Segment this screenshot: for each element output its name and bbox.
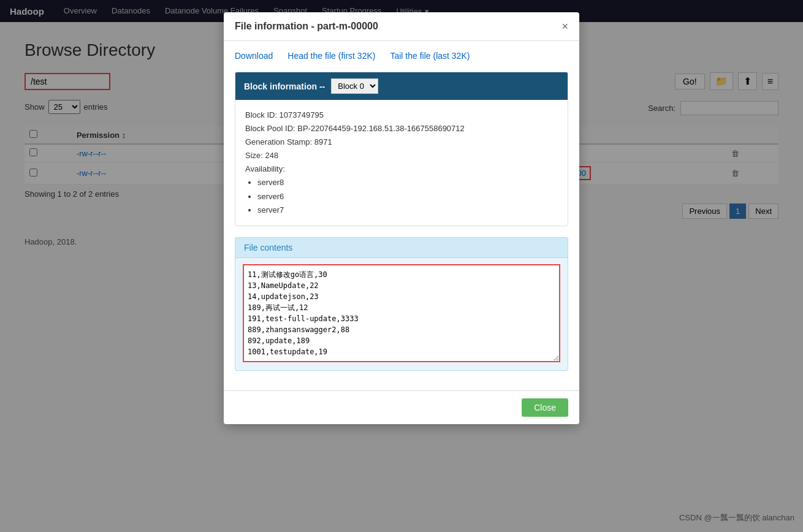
block-info-panel: Block information -- Block 0 Block ID: 1… bbox=[235, 72, 568, 226]
modal-body: Download Head the file (first 32K) Tail … bbox=[224, 41, 579, 390]
file-contents-body bbox=[235, 258, 568, 370]
block-size: Size: 248 bbox=[245, 149, 558, 162]
file-contents-header: File contents bbox=[235, 238, 568, 258]
modal-title: File information - part-m-00000 bbox=[235, 21, 378, 32]
modal-close-action-button[interactable]: Close bbox=[522, 398, 568, 417]
modal-overlay: File information - part-m-00000 × Downlo… bbox=[0, 0, 803, 532]
block-pool-id: Block Pool ID: BP-220764459-192.168.51.3… bbox=[245, 122, 558, 135]
availability-label: Availability: bbox=[245, 162, 558, 176]
file-contents-panel: File contents bbox=[235, 237, 568, 371]
server-item-2: server7 bbox=[257, 203, 558, 217]
file-info-modal: File information - part-m-00000 × Downlo… bbox=[224, 12, 579, 424]
head-file-link[interactable]: Head the file (first 32K) bbox=[287, 51, 375, 61]
server-list: server8 server6 server7 bbox=[257, 176, 558, 216]
block-id: Block ID: 1073749795 bbox=[245, 108, 558, 122]
block-info-body: Block ID: 1073749795 Block Pool ID: BP-2… bbox=[235, 100, 568, 226]
server-item-1: server6 bbox=[257, 190, 558, 203]
server-item-0: server8 bbox=[257, 176, 558, 189]
modal-links: Download Head the file (first 32K) Tail … bbox=[235, 51, 568, 61]
block-info-header: Block information -- Block 0 bbox=[235, 72, 568, 100]
modal-footer: Close bbox=[224, 390, 579, 424]
download-link[interactable]: Download bbox=[235, 51, 273, 61]
modal-close-button[interactable]: × bbox=[561, 21, 568, 32]
block-select[interactable]: Block 0 bbox=[331, 78, 378, 94]
file-contents-textarea[interactable] bbox=[243, 264, 560, 362]
modal-header: File information - part-m-00000 × bbox=[224, 12, 579, 41]
block-info-label: Block information -- bbox=[244, 82, 325, 91]
generation-stamp: Generation Stamp: 8971 bbox=[245, 135, 558, 149]
tail-file-link[interactable]: Tail the file (last 32K) bbox=[390, 51, 470, 61]
